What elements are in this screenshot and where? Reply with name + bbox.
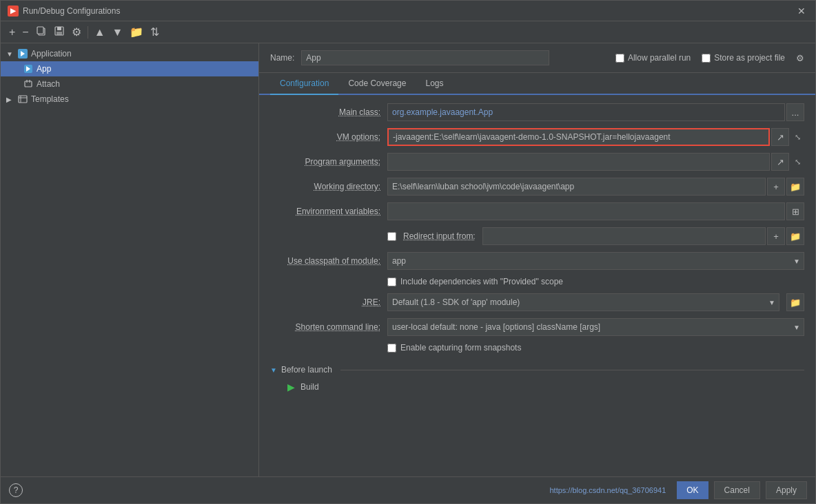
redirect-input-label: Redirect input from: [403,231,476,241]
redirect-input-checkbox[interactable] [387,232,396,241]
allow-parallel-run-checkbox[interactable] [615,54,624,63]
shorten-cmd-dropdown-wrapper: user-local default: none - java [options… [387,318,804,336]
tree-app[interactable]: App [1,61,258,76]
main-class-browse-button[interactable]: ... [786,103,804,121]
main-class-input[interactable] [387,103,785,121]
help-button[interactable]: ? [9,483,23,497]
include-deps-checkbox[interactable] [387,277,396,286]
before-launch-label: Before launch [281,365,332,375]
program-args-input[interactable] [387,153,770,171]
tree-application[interactable]: ▼ Application [1,46,258,61]
remove-button[interactable]: − [19,25,31,39]
vm-options-expand2-button[interactable]: ⤡ [790,128,804,146]
tab-configuration[interactable]: Configuration [270,73,338,95]
attach-label: Attach [37,79,60,89]
build-label: Build [300,382,319,392]
config-panel: Main class: ... VM options: ↗ ⤡ [259,95,815,476]
jre-browse-button[interactable]: 📁 [786,293,804,311]
watermark-text: https://blog.csdn.net/qq_36706941 [549,486,666,494]
toolbar-separator [88,26,88,39]
allow-parallel-run-label[interactable]: Allow parallel run [615,53,691,63]
sort-button[interactable]: ⇅ [147,25,162,39]
program-args-expand-button[interactable]: ↗ [771,153,789,171]
program-args-input-group: ↗ ⤡ [387,153,804,171]
vm-options-input[interactable] [387,128,770,146]
svg-rect-8 [25,81,32,87]
redirect-input-browse-button[interactable]: 📁 [786,227,804,245]
shorten-cmd-row: Shorten command line: user-local default… [270,318,804,336]
before-launch-list: ▶ Build [281,379,804,395]
classpath-label: Use classpath of module: [270,256,380,266]
svg-rect-11 [19,96,27,103]
include-deps-label[interactable]: Include dependencies with "Provided" sco… [400,277,563,286]
apply-button[interactable]: Apply [766,481,807,499]
shorten-cmd-label: Shorten command line: [270,322,380,332]
tabs-bar: Configuration Code Coverage Logs [259,73,815,95]
env-vars-edit-button[interactable]: ⊞ [786,202,804,220]
bottom-right: https://blog.csdn.net/qq_36706941 OK Can… [549,481,807,499]
add-button[interactable]: + [6,25,18,39]
tree-attach[interactable]: Attach [1,76,258,92]
name-row: Name: Allow parallel run Store as projec… [259,43,815,73]
copy-button[interactable] [33,24,50,40]
classpath-dropdown-wrapper: app ▼ [387,252,804,270]
app-run-icon [23,63,34,74]
cancel-button[interactable]: Cancel [714,481,760,499]
enable-snapshots-label[interactable]: Enable capturing form snapshots [400,343,521,353]
program-args-row: Program arguments: ↗ ⤡ [270,153,804,171]
gear-icon[interactable]: ⚙ [796,53,804,63]
vm-options-row: VM options: ↗ ⤡ [270,128,804,146]
svg-marker-5 [21,51,25,56]
env-vars-label: Environment variables: [270,207,380,216]
close-button[interactable]: ✕ [795,4,808,18]
redirect-input-input-group: + 📁 [482,227,804,245]
jre-dropdown[interactable]: Default (1.8 - SDK of 'app' module) [387,293,779,311]
up-button[interactable]: ▲ [92,25,108,39]
main-content: ▼ Application A [1,43,815,476]
main-class-label: Main class: [270,107,380,117]
store-as-project-file-checkbox[interactable] [702,54,711,63]
redirect-input-add-button[interactable]: + [767,227,785,245]
title-bar-left: ▶ Run/Debug Configurations [8,6,120,17]
include-deps-row: Include dependencies with "Provided" sco… [270,277,804,286]
save-button[interactable] [51,24,68,40]
down-button[interactable]: ▼ [110,25,126,39]
dialog-title: Run/Debug Configurations [23,6,120,16]
enable-snapshots-checkbox[interactable] [387,344,396,353]
tab-code-coverage[interactable]: Code Coverage [338,73,416,95]
application-label: Application [31,49,72,59]
before-launch-arrow: ▼ [270,366,277,374]
templates-icon [17,94,28,105]
folder-button[interactable]: 📁 [127,25,146,39]
header-options: Allow parallel run Store as project file… [615,53,804,63]
working-dir-input[interactable] [387,178,766,196]
vm-options-expand-button[interactable]: ↗ [771,128,789,146]
tab-logs[interactable]: Logs [416,73,453,95]
classpath-row: Use classpath of module: app ▼ [270,252,804,270]
working-dir-add-button[interactable]: + [767,178,785,196]
jre-dropdown-wrapper: Default (1.8 - SDK of 'app' module) ▼ [387,293,779,311]
jre-label: JRE: [270,297,380,307]
working-dir-browse-button[interactable]: 📁 [786,178,804,196]
program-args-label: Program arguments: [270,157,380,167]
name-input[interactable] [301,50,549,65]
title-bar: ▶ Run/Debug Configurations ✕ [1,1,815,21]
svg-rect-3 [57,27,61,30]
env-vars-input[interactable] [387,202,785,220]
redirect-input-input[interactable] [482,227,766,245]
classpath-dropdown[interactable]: app [387,252,804,270]
templates-expand-arrow: ▶ [6,96,14,103]
ok-button[interactable]: OK [677,481,708,499]
env-vars-row: Environment variables: ⊞ [270,202,804,220]
working-dir-label: Working directory: [270,182,380,191]
settings-button[interactable]: ⚙ [69,25,84,39]
shorten-cmd-dropdown[interactable]: user-local default: none - java [options… [387,318,804,336]
templates-label: Templates [31,94,69,104]
program-args-expand2-button[interactable]: ⤡ [790,153,804,171]
build-item: ▶ Build [281,379,804,395]
tree-templates[interactable]: ▶ Templates [1,92,258,107]
store-as-project-file-label[interactable]: Store as project file [702,53,785,63]
working-dir-input-group: + 📁 [387,178,804,196]
enable-snapshots-row: Enable capturing form snapshots [270,343,804,353]
vm-options-label: VM options: [270,132,380,142]
